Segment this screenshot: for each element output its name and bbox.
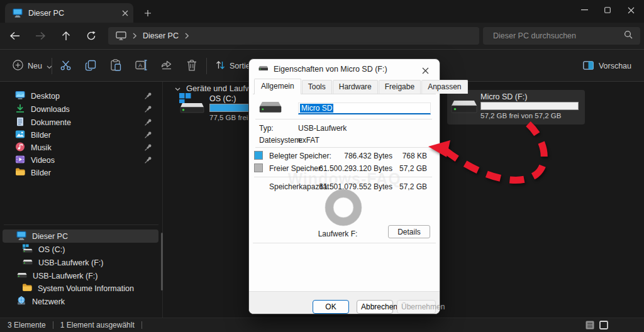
desktop-icon — [15, 91, 25, 102]
filesystem-value: exFAT — [298, 136, 319, 145]
copy-button[interactable] — [80, 55, 101, 77]
preview-toggle-button[interactable]: Vorschau — [579, 55, 635, 77]
title-bar: Dieser PC — [0, 0, 644, 23]
free-space-bytes: 61.500.293.120 Bytes — [312, 164, 392, 173]
usb-drive-icon — [16, 271, 27, 280]
windows-drive-icon — [178, 93, 204, 116]
sidebar-item-pictures[interactable]: Bilder — [3, 128, 158, 141]
cut-button[interactable] — [55, 55, 76, 77]
preview-toggle-label: Vorschau — [599, 62, 631, 70]
pin-icon — [144, 118, 152, 128]
usb-drive-icon — [451, 98, 477, 118]
downloads-icon — [15, 104, 25, 115]
sidebar-item-documents[interactable]: Dokumente — [3, 116, 158, 129]
large-icons-view-button[interactable] — [599, 320, 609, 329]
plus-circle-icon — [13, 60, 23, 72]
tab-freigabe[interactable]: Freigabe — [379, 80, 421, 94]
drive-free-space: 57,2 GB frei von 57,2 GB — [480, 112, 562, 119]
dialog-tabs: Allgemein Tools Hardware Freigabe Anpass… — [254, 80, 435, 94]
breadcrumb-item[interactable]: Dieser PC — [143, 31, 179, 40]
used-space-bytes: 786.432 Bytes — [312, 152, 392, 160]
filesystem-label: Dateisystem: — [259, 136, 303, 145]
folder-icon — [22, 283, 32, 294]
delete-button[interactable] — [181, 55, 203, 77]
explorer-tab[interactable]: Dieser PC — [5, 3, 133, 23]
scissors-icon — [60, 59, 72, 73]
close-button[interactable] — [618, 0, 644, 20]
sidebar-item-videos[interactable]: Videos — [3, 153, 158, 167]
separator — [255, 119, 432, 119]
ok-button[interactable]: OK — [313, 300, 349, 314]
chevron-right-icon — [132, 30, 137, 42]
forward-button[interactable] — [30, 26, 50, 45]
tab-tools[interactable]: Tools — [302, 80, 332, 94]
videos-icon — [15, 155, 25, 166]
search-input[interactable]: Dieser PC durchsuchen — [483, 27, 640, 45]
share-button[interactable] — [156, 55, 177, 77]
separator — [254, 177, 432, 177]
pin-icon — [144, 92, 152, 102]
type-value: USB-Laufwerk — [298, 124, 347, 133]
tab-anpassen[interactable]: Anpassen — [421, 80, 467, 94]
folder-icon — [15, 167, 25, 178]
used-space-swatch — [254, 151, 263, 160]
os-drive-icon — [22, 244, 33, 255]
sidebar-item-label: System Volume Information — [38, 284, 134, 293]
new-tab-button[interactable] — [141, 6, 155, 20]
explorer-window: Dieser PC — [0, 0, 644, 332]
breadcrumb[interactable]: Dieser PC — [108, 27, 479, 45]
sidebar-item-music[interactable]: Musik — [3, 141, 158, 154]
this-pc-icon — [16, 231, 26, 242]
back-button[interactable] — [5, 26, 25, 45]
drive-icon — [259, 99, 282, 117]
minimize-button[interactable] — [571, 0, 597, 20]
refresh-button[interactable] — [81, 26, 101, 45]
used-space-size: 768 KB — [394, 152, 427, 160]
tab-hardware[interactable]: Hardware — [333, 80, 378, 94]
this-pc-icon — [13, 8, 23, 18]
status-divider — [142, 321, 142, 329]
sidebar-item-downloads[interactable]: Downloads — [3, 102, 158, 116]
sidebar-item-desktop[interactable]: Desktop — [3, 89, 158, 102]
sidebar-item-label: Musik — [31, 143, 52, 152]
dialog-close-button[interactable] — [417, 63, 433, 78]
sidebar-item-label: Bilder — [31, 131, 51, 140]
tab-close-button[interactable] — [122, 10, 128, 16]
separator — [253, 243, 436, 243]
properties-dialog: Windows-FAQ Eigenschaften von Micro SD (… — [248, 58, 440, 314]
sidebar-item-label: USB-Laufwerk (F:) — [38, 258, 104, 267]
preview-pane-icon — [583, 61, 594, 72]
share-icon — [161, 60, 172, 72]
details-view-button[interactable] — [585, 320, 595, 329]
details-button[interactable]: Details — [388, 225, 430, 238]
sidebar-item-usb-drive-2[interactable]: USB-Laufwerk (F:) — [3, 269, 158, 282]
new-button[interactable]: Neu — [9, 55, 56, 77]
apply-button[interactable]: Übernehmen — [397, 300, 436, 314]
paste-button[interactable] — [105, 55, 126, 77]
drive-item-micro-sd[interactable]: Micro SD (F:) 57,2 GB frei von 57,2 GB — [447, 90, 585, 124]
capacity-size: 57,2 GB — [394, 182, 427, 191]
maximize-button[interactable] — [594, 0, 621, 20]
drive-free-space: 77,5 GB frei v — [209, 114, 253, 121]
tab-allgemein[interactable]: Allgemein — [254, 79, 301, 94]
sidebar-item-this-pc[interactable]: Dieser PC — [3, 230, 158, 243]
cancel-button[interactable]: Abbrechen — [357, 300, 393, 314]
usb-drive-icon — [22, 258, 33, 267]
up-button[interactable] — [56, 26, 76, 45]
dialog-footer: OK Abbrechen Übernehmen — [249, 291, 440, 314]
sidebar-item-usb-drive[interactable]: USB-Laufwerk (F:) — [3, 256, 158, 269]
tab-title: Dieser PC — [28, 9, 116, 18]
sidebar-item-system-volume-information[interactable]: System Volume Information — [3, 282, 158, 295]
paste-icon — [110, 59, 121, 73]
status-bar: 3 Elemente 1 Element ausgewählt — [0, 318, 644, 332]
document-icon — [15, 117, 25, 128]
search-icon — [624, 30, 633, 42]
volume-name-input[interactable]: Micro SD — [298, 102, 431, 114]
sidebar-item-pictures-folder[interactable]: Bilder — [3, 166, 158, 179]
sidebar-item-network[interactable]: Netzwerk — [3, 295, 158, 308]
sidebar-item-label: Videos — [31, 156, 55, 165]
pin-icon — [144, 105, 152, 115]
rename-button[interactable]: A — [131, 55, 152, 77]
sidebar-item-os-c[interactable]: OS (C:) — [3, 243, 158, 256]
sidebar-item-label: Netzwerk — [32, 297, 65, 306]
